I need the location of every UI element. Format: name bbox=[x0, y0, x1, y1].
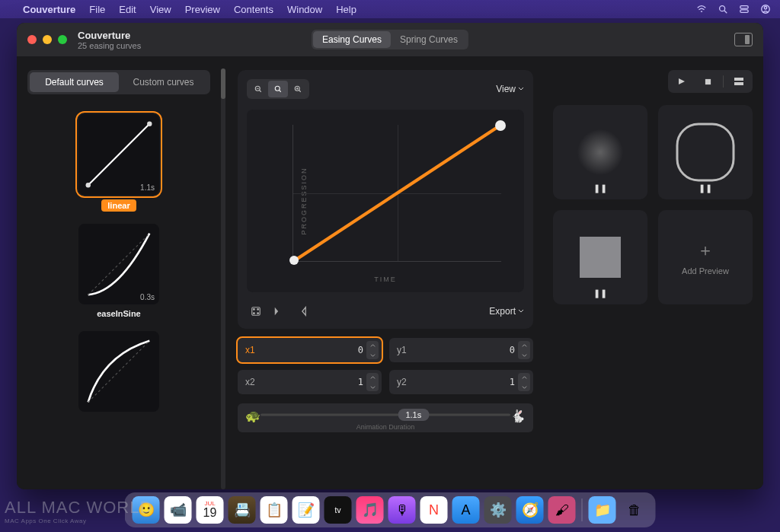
dock-podcasts-icon[interactable]: 🎙 bbox=[388, 496, 416, 524]
curve-card-easeinsine[interactable]: 0.3s easeInSine bbox=[78, 224, 159, 319]
svg-point-16 bbox=[257, 313, 259, 314]
stepper-down-icon[interactable] bbox=[366, 382, 379, 391]
dock-tv-icon[interactable]: tv bbox=[324, 496, 352, 524]
preview-tile[interactable]: ❚❚ bbox=[553, 105, 647, 199]
sidebar-scrollbar[interactable] bbox=[221, 68, 225, 489]
dock-folder-icon[interactable]: 📁 bbox=[589, 496, 616, 524]
curve-card-linear[interactable]: 1.1s linear bbox=[78, 114, 159, 212]
pause-icon: ❚❚ bbox=[593, 183, 607, 193]
dock-appstore-icon[interactable]: A bbox=[452, 496, 480, 524]
stepper-down-icon[interactable] bbox=[518, 382, 530, 391]
dock-reminders-icon[interactable]: 📋 bbox=[261, 496, 288, 524]
stepper-down-icon[interactable] bbox=[518, 350, 530, 359]
param-x1-field[interactable]: x1 0 bbox=[238, 338, 382, 362]
dock-settings-icon[interactable]: ⚙️ bbox=[484, 496, 512, 524]
duration-slider-handle[interactable]: 1.1s bbox=[398, 409, 429, 421]
param-x2-value[interactable]: 1 bbox=[264, 377, 366, 387]
param-x1-value[interactable]: 0 bbox=[264, 345, 366, 355]
curve-duration-label: 1.1s bbox=[140, 183, 155, 192]
menu-file[interactable]: File bbox=[89, 4, 105, 15]
randomize-button[interactable] bbox=[247, 303, 265, 320]
param-y1-value[interactable]: 0 bbox=[415, 345, 518, 355]
param-x2-field[interactable]: x2 1 bbox=[238, 370, 382, 394]
window-title: Couverture bbox=[78, 30, 141, 41]
tab-spring-curves[interactable]: Spring Curves bbox=[391, 31, 467, 48]
dock-music-icon[interactable]: 🎵 bbox=[356, 496, 384, 524]
chart-x-axis-label: TIME bbox=[374, 276, 397, 283]
pause-icon: ❚❚ bbox=[698, 183, 712, 193]
dock-safari-icon[interactable]: 🧭 bbox=[516, 496, 544, 524]
stepper-up-icon[interactable] bbox=[518, 373, 530, 382]
svg-line-13 bbox=[296, 128, 497, 260]
param-y1-field[interactable]: y1 0 bbox=[389, 338, 533, 362]
wifi-icon[interactable] bbox=[696, 4, 707, 14]
svg-point-7 bbox=[147, 122, 152, 126]
stepper-up-icon[interactable] bbox=[366, 341, 379, 350]
menu-window[interactable]: Window bbox=[287, 4, 322, 15]
duration-slider-track[interactable] bbox=[261, 414, 510, 416]
svg-rect-23 bbox=[677, 124, 734, 180]
dock-trash-icon[interactable]: 🗑 bbox=[621, 496, 648, 524]
user-icon[interactable] bbox=[760, 4, 771, 14]
close-button[interactable] bbox=[27, 35, 37, 44]
menu-view[interactable]: View bbox=[150, 4, 171, 15]
svg-point-15 bbox=[254, 309, 255, 311]
stop-button[interactable] bbox=[697, 73, 718, 90]
view-dropdown[interactable]: View bbox=[496, 84, 524, 94]
export-dropdown[interactable]: Export bbox=[489, 306, 524, 317]
dock-calendar-icon[interactable]: JUL19 bbox=[197, 496, 224, 524]
curve-list-sidebar: Default curves Custom curves 1.1s linear… bbox=[17, 56, 221, 489]
preview-tile[interactable]: ❚❚ bbox=[553, 210, 647, 304]
menubar-app-name[interactable]: Couverture bbox=[23, 4, 75, 15]
search-icon[interactable] bbox=[718, 4, 728, 14]
curve-chart[interactable]: PROGRESSION TIME bbox=[247, 110, 524, 292]
play-button[interactable] bbox=[671, 73, 692, 90]
zoom-fit-button[interactable] bbox=[268, 81, 288, 97]
layout-button[interactable] bbox=[728, 73, 750, 90]
dock-facetime-icon[interactable]: 📹 bbox=[165, 496, 192, 524]
tab-default-curves[interactable]: Default curves bbox=[30, 72, 119, 92]
toggle-right-panel-button[interactable] bbox=[734, 33, 753, 46]
menubar: Couverture File Edit View Preview Conten… bbox=[0, 0, 780, 18]
curve-name-label: linear bbox=[101, 199, 136, 212]
svg-point-6 bbox=[86, 183, 91, 187]
menu-edit[interactable]: Edit bbox=[119, 4, 136, 15]
svg-line-9 bbox=[88, 341, 150, 403]
stepper-up-icon[interactable] bbox=[366, 373, 379, 382]
param-y2-value[interactable]: 1 bbox=[415, 377, 518, 387]
stepper-down-icon[interactable] bbox=[366, 350, 379, 359]
traffic-lights bbox=[27, 35, 67, 44]
minimize-button[interactable] bbox=[43, 35, 52, 44]
menu-help[interactable]: Help bbox=[336, 4, 356, 15]
menu-contents[interactable]: Contents bbox=[234, 4, 273, 15]
dock-contacts-icon[interactable]: 📇 bbox=[229, 496, 256, 524]
menu-preview[interactable]: Preview bbox=[185, 4, 220, 15]
flip-vertical-button[interactable] bbox=[292, 303, 311, 320]
dock-app-icon[interactable]: 🖌 bbox=[548, 496, 576, 524]
pause-icon: ❚❚ bbox=[593, 288, 607, 298]
svg-point-18 bbox=[254, 313, 255, 314]
stepper-up-icon[interactable] bbox=[518, 341, 530, 350]
tab-custom-curves[interactable]: Custom curves bbox=[119, 72, 208, 92]
svg-rect-20 bbox=[734, 78, 743, 81]
tab-easing-curves[interactable]: Easing Curves bbox=[313, 31, 391, 48]
dock-news-icon[interactable]: N bbox=[420, 496, 448, 524]
svg-point-0 bbox=[720, 6, 725, 11]
svg-point-11 bbox=[275, 86, 280, 91]
zoom-out-button[interactable] bbox=[248, 81, 268, 97]
control-center-icon[interactable] bbox=[739, 4, 750, 14]
curve-duration-label: 0.3s bbox=[140, 293, 155, 301]
add-preview-button[interactable]: ＋ Add Preview bbox=[658, 210, 753, 304]
preview-tile[interactable]: ❚❚ bbox=[658, 105, 753, 199]
flip-horizontal-button[interactable] bbox=[270, 303, 288, 320]
dock-notes-icon[interactable]: 📝 bbox=[292, 496, 320, 524]
curve-start-handle[interactable] bbox=[289, 256, 299, 265]
turtle-icon: 🐢 bbox=[245, 409, 261, 423]
zoom-in-button[interactable] bbox=[288, 81, 308, 97]
fullscreen-button[interactable] bbox=[58, 35, 67, 44]
svg-rect-14 bbox=[252, 307, 261, 316]
curve-card[interactable] bbox=[78, 331, 159, 412]
mode-segmented-control: Easing Curves Spring Curves bbox=[312, 30, 468, 49]
param-y2-field[interactable]: y2 1 bbox=[389, 370, 533, 394]
curve-end-handle[interactable] bbox=[495, 120, 506, 131]
